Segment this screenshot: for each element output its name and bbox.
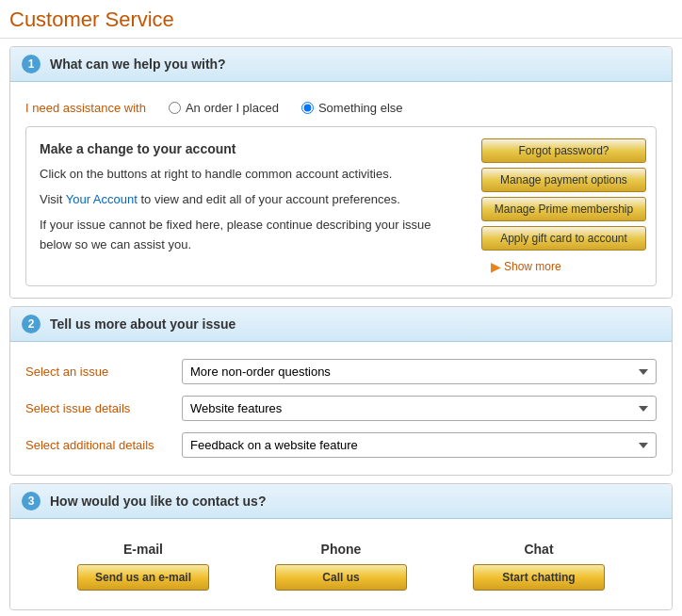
- email-label: E-mail: [123, 542, 163, 557]
- section-2-body: Select an issue More non-order questions…: [10, 342, 672, 475]
- forgot-password-button[interactable]: Forgot password?: [481, 138, 646, 163]
- contact-email: E-mail Send us an e-mail: [44, 542, 242, 591]
- show-more-label: Show more: [504, 260, 561, 273]
- account-desc2-pre: Visit: [40, 192, 66, 206]
- select-issue-label: Select an issue: [25, 365, 167, 379]
- account-box: Make a change to your account Click on t…: [25, 126, 657, 286]
- gift-card-button[interactable]: Apply gift card to account: [481, 226, 646, 251]
- section-3: 3 How would you like to contact us? E-ma…: [9, 483, 673, 610]
- section-1-number: 1: [22, 55, 41, 73]
- section-3-header: 3 How would you like to contact us?: [10, 484, 672, 519]
- form-row-issue-details: Select issue details Website features Ac…: [25, 390, 657, 427]
- account-desc3: If your issue cannot be fixed here, plea…: [40, 216, 459, 255]
- section-1-header: 1 What can we help you with?: [10, 47, 672, 82]
- radio-else[interactable]: Something else: [301, 101, 403, 115]
- show-more-link[interactable]: ▶ Show more: [481, 259, 646, 274]
- section-3-title: How would you like to contact us?: [50, 494, 266, 509]
- contact-chat: Chat Start chatting: [440, 542, 638, 591]
- account-box-title: Make a change to your account: [40, 138, 459, 159]
- section-1: 1 What can we help you with? I need assi…: [9, 46, 673, 299]
- start-chatting-button[interactable]: Start chatting: [473, 564, 605, 591]
- manage-prime-button[interactable]: Manage Prime membership: [481, 197, 646, 221]
- section-2: 2 Tell us more about your issue Select a…: [9, 306, 673, 476]
- radio-order-label: An order I placed: [186, 101, 279, 115]
- radio-else-input[interactable]: [301, 102, 314, 114]
- send-email-button[interactable]: Send us an e-mail: [77, 564, 209, 591]
- section-2-header: 2 Tell us more about your issue: [10, 307, 672, 342]
- radio-else-label: Something else: [318, 101, 403, 115]
- select-additional-details-dropdown[interactable]: Feedback on a website feature Report a p…: [182, 432, 657, 458]
- section-1-title: What can we help you with?: [50, 57, 226, 72]
- chat-label: Chat: [524, 542, 553, 557]
- account-desc2: Visit Your Account to view and edit all …: [40, 190, 459, 210]
- select-issue-details-dropdown[interactable]: Website features Account settings Prime …: [182, 396, 657, 421]
- manage-payment-button[interactable]: Manage payment options: [481, 168, 646, 192]
- select-additional-details-label: Select additional details: [25, 438, 167, 452]
- radio-row-label: I need assistance with: [25, 101, 146, 115]
- phone-label: Phone: [321, 542, 362, 557]
- radio-order[interactable]: An order I placed: [169, 101, 279, 115]
- radio-order-input[interactable]: [169, 102, 181, 114]
- section-3-number: 3: [22, 492, 41, 511]
- call-us-button[interactable]: Call us: [275, 564, 407, 591]
- account-desc2-post: to view and edit all of your account pre…: [138, 192, 400, 206]
- form-row-additional-details: Select additional details Feedback on a …: [25, 427, 657, 463]
- account-text: Make a change to your account Click on t…: [26, 127, 472, 285]
- your-account-link[interactable]: Your Account: [66, 192, 138, 206]
- contact-row: E-mail Send us an e-mail Phone Call us C…: [25, 530, 657, 598]
- section-1-body: I need assistance with An order I placed…: [10, 82, 672, 298]
- radio-row: I need assistance with An order I placed…: [25, 93, 657, 126]
- show-more-arrow-icon: ▶: [491, 259, 501, 274]
- form-row-issue: Select an issue More non-order questions…: [25, 353, 657, 390]
- select-issue-dropdown[interactable]: More non-order questions An order I plac…: [182, 359, 657, 384]
- account-buttons: Forgot password? Manage payment options …: [472, 127, 656, 285]
- section-3-body: E-mail Send us an e-mail Phone Call us C…: [10, 519, 672, 609]
- select-issue-details-label: Select issue details: [25, 401, 167, 415]
- section-2-number: 2: [22, 315, 41, 333]
- account-desc1: Click on the buttons at right to handle …: [40, 165, 459, 185]
- contact-phone: Phone Call us: [242, 542, 440, 591]
- section-2-title: Tell us more about your issue: [50, 316, 235, 332]
- page-title: Customer Service: [0, 0, 682, 39]
